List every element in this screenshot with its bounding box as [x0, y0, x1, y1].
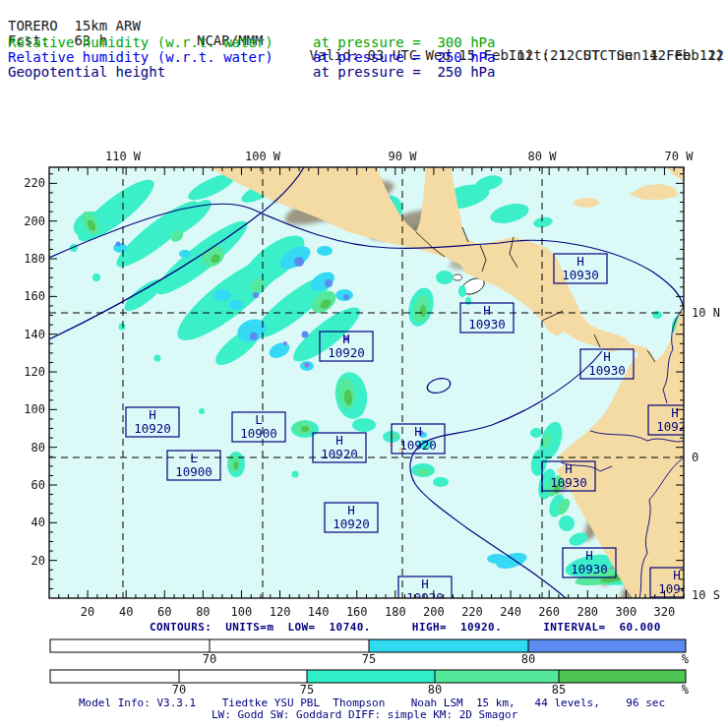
longitude-label: 70 W — [665, 150, 695, 163]
x-tick-label: 60 — [157, 605, 171, 619]
hl-value: 10930 — [562, 268, 599, 282]
longitude-label: 80 W — [528, 150, 558, 163]
hl-letter: H — [483, 303, 491, 318]
x-tick-label: 220 — [461, 605, 483, 619]
hl-value: 10930 — [468, 317, 506, 332]
y-tick-label: 140 — [24, 328, 45, 341]
x-tick-label: 20 — [81, 605, 94, 619]
colorbar-tick-label: 80 — [521, 652, 535, 666]
hl-value: 10930 — [571, 562, 608, 576]
colorbar-segment — [528, 639, 686, 652]
x-tick-label: 80 — [196, 605, 210, 619]
y-tick-label: 80 — [31, 441, 45, 455]
x-tick-label: 140 — [308, 605, 330, 619]
x-tick-label: 240 — [500, 605, 521, 619]
hl-value: 10920 — [399, 438, 437, 453]
y-tick-label: 160 — [24, 289, 45, 303]
colorbar-segment — [50, 639, 210, 652]
model-info-line2: LW: Godd SW: Goddard DIFF: simple KM: 2D… — [212, 708, 517, 721]
y-tick-label: 60 — [31, 478, 45, 492]
x-tick-label: 260 — [538, 605, 560, 619]
hl-letter: L — [255, 412, 263, 427]
colorbar-segment — [50, 670, 179, 683]
y-tick-label: 120 — [24, 365, 45, 379]
colorbar-tick-label: 75 — [362, 652, 376, 666]
colorbar-segment — [369, 639, 528, 652]
hl-value: 10900 — [175, 464, 212, 479]
hl-letter: H — [565, 461, 573, 476]
hl-letter: H — [421, 576, 429, 591]
hl-letter: H — [671, 405, 679, 420]
y-tick-label: 100 — [24, 402, 45, 416]
latitude-label: 10 N — [692, 306, 720, 320]
colorbar-segment — [179, 670, 307, 683]
colorbar-1: 707580% — [50, 639, 690, 666]
x-tick-label: 100 — [231, 605, 253, 619]
hl-letter: L — [190, 451, 198, 465]
x-tick-label: 300 — [616, 605, 637, 619]
hl-letter: H — [335, 433, 343, 448]
y-tick-label: 40 — [31, 516, 45, 529]
colorbar-segment — [435, 670, 559, 683]
weather-map: H10930H10930H10920H10930H10920L10900H109… — [0, 0, 728, 728]
hl-letter: H — [673, 568, 681, 582]
hl-letter: H — [149, 407, 156, 422]
colorbar-tick-label: 70 — [172, 683, 186, 697]
colorbar-segment — [210, 639, 369, 652]
contour-caption: CONTOURS: UNITS=m LOW= 10740. HIGH= 1092… — [150, 621, 661, 634]
x-tick-label: 40 — [119, 605, 133, 619]
hl-value: 10900 — [240, 426, 277, 441]
hl-value: 10920 — [134, 421, 171, 436]
colorbar-unit-label: % — [682, 683, 690, 697]
longitude-label: 100 W — [245, 150, 281, 163]
hl-value: 10930 — [588, 363, 626, 378]
y-tick-label: 20 — [31, 554, 45, 568]
x-axis-labels: 2040608010012014016018020022024026028030… — [81, 605, 675, 619]
hl-letter: H — [342, 332, 350, 346]
hl-value: 10930 — [550, 475, 587, 490]
colorbar-tick-label: 80 — [428, 683, 442, 697]
x-tick-label: 200 — [423, 605, 445, 619]
hl-letter: H — [347, 503, 355, 517]
hl-value: 10920 — [321, 447, 358, 461]
colorbar-2: 70758085% — [50, 670, 690, 697]
map-area: H10930H10930H10920H10930H10920L10900H109… — [49, 167, 703, 608]
y-tick-label: 220 — [24, 176, 45, 190]
latitude-label: 10 S — [692, 588, 720, 602]
colorbar-tick-label: 75 — [300, 683, 314, 697]
hl-value: 10920 — [656, 419, 694, 434]
hl-value: 10940 — [658, 581, 696, 596]
hl-letter: H — [585, 548, 593, 563]
colorbar-segment — [307, 670, 435, 683]
hl-value: 10920 — [328, 345, 365, 360]
lake-managua — [454, 274, 462, 280]
y-axis-labels: 20406080100120140160180200220 — [24, 176, 45, 567]
x-tick-label: 320 — [654, 605, 676, 619]
weather-model-page: TORERO 15km ARW NCAR/MMM Init: 12 UTC Su… — [0, 0, 728, 728]
hl-letter: H — [603, 349, 611, 364]
x-tick-label: 120 — [270, 605, 291, 619]
hl-letter: H — [576, 254, 584, 269]
x-tick-label: 180 — [385, 605, 406, 619]
latitude-label: 0 — [692, 451, 698, 464]
colorbar-unit-label: % — [682, 652, 690, 666]
y-tick-label: 200 — [24, 214, 45, 228]
hl-letter: H — [414, 424, 422, 439]
hl-value: 10920 — [333, 516, 370, 531]
x-tick-label: 160 — [346, 605, 368, 619]
longitude-label: 90 W — [389, 150, 418, 163]
colorbar-tick-label: 70 — [203, 652, 216, 666]
x-tick-label: 280 — [576, 605, 598, 619]
colorbar-tick-label: 85 — [552, 683, 566, 697]
longitude-label: 110 W — [105, 150, 142, 163]
colorbar-segment — [559, 670, 686, 683]
colorbar-legends: 707580%70758085% — [50, 639, 690, 697]
y-tick-label: 180 — [24, 252, 45, 266]
